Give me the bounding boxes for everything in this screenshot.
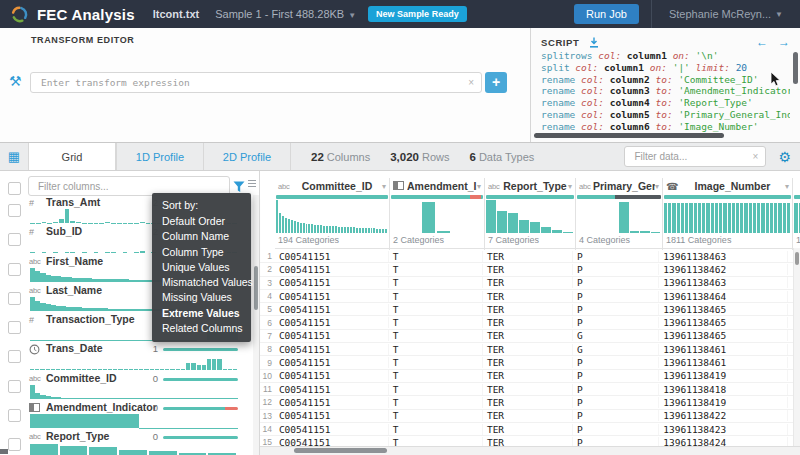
script-line[interactable]: splitrows col: column1 on: '\n' — [541, 50, 790, 62]
script-horizontal-scrollbar[interactable] — [534, 133, 724, 138]
table-cell[interactable]: P — [573, 397, 659, 408]
table-cell[interactable]: C00541151 — [275, 410, 389, 421]
table-cell[interactable]: C00541151 — [275, 397, 389, 408]
sort-menu-item[interactable]: Extreme Values — [152, 306, 251, 321]
table-cell[interactable]: 13961138463 — [659, 251, 788, 262]
column-menu-caret-icon[interactable]: ▾ — [382, 182, 386, 191]
undo-icon[interactable]: ← — [756, 35, 768, 49]
table-cell[interactable]: TER — [483, 410, 573, 421]
column-checkbox[interactable] — [8, 263, 21, 276]
table-cell[interactable]: 13961138464 — [659, 291, 788, 302]
table-vertical-scrollbar[interactable] — [795, 252, 799, 265]
column-menu-caret-icon[interactable]: ▾ — [477, 182, 481, 191]
sidebar-column-item[interactable]: Trans_Date1 — [0, 341, 259, 370]
table-cell[interactable]: TER — [483, 304, 573, 315]
table-cell[interactable]: P — [573, 357, 659, 368]
column-header[interactable]: ☎Image_Number▾1811 Categories — [663, 178, 793, 250]
tab-grid[interactable]: Grid — [28, 143, 116, 170]
column-checkbox[interactable] — [8, 380, 21, 393]
table-cell[interactable]: 13961138465 — [659, 330, 788, 341]
table-cell[interactable]: T — [389, 370, 483, 381]
table-cell[interactable]: 13961138462 — [659, 264, 788, 275]
table-cell[interactable]: TER — [483, 317, 573, 328]
table-cell[interactable]: TER — [483, 357, 573, 368]
column-header[interactable]: abcPrimary_Gene...▾4 Categories — [576, 178, 663, 250]
table-cell[interactable]: TER — [483, 397, 573, 408]
script-line[interactable]: rename col: column3 to: 'Amendment_Indic… — [541, 85, 790, 97]
table-cell[interactable]: C00541151 — [275, 384, 389, 395]
column-header[interactable]: Amendment_I...▾2 Categories — [390, 178, 485, 250]
column-menu-caret-icon[interactable]: ▾ — [568, 182, 572, 191]
table-cell[interactable]: C00541151 — [275, 264, 389, 275]
table-cell[interactable]: C00541151 — [275, 330, 389, 341]
table-cell[interactable]: TER — [483, 424, 573, 435]
sort-menu-item[interactable]: Column Name — [152, 229, 251, 244]
table-horizontal-scrollbar[interactable] — [294, 448, 387, 453]
table-cell[interactable]: P — [573, 410, 659, 421]
download-script-icon[interactable] — [589, 37, 599, 48]
new-sample-badge[interactable]: New Sample Ready — [368, 6, 467, 22]
table-cell[interactable]: P — [573, 291, 659, 302]
table-cell[interactable]: TER — [483, 291, 573, 302]
table-cell[interactable]: 13961138461 — [659, 344, 788, 355]
table-cell[interactable]: T — [389, 251, 483, 262]
table-cell[interactable]: TER — [483, 384, 573, 395]
table-cell[interactable]: C00541151 — [275, 370, 389, 381]
script-line[interactable]: split col: column1 on: '|' limit: 20 — [541, 62, 790, 74]
table-cell[interactable]: C00541151 — [275, 277, 389, 288]
table-cell[interactable]: TER — [483, 251, 573, 262]
table-cell[interactable]: 13961138461 — [659, 357, 788, 368]
table-cell[interactable]: T — [389, 304, 483, 315]
table-cell[interactable]: P — [573, 317, 659, 328]
table-cell[interactable]: P — [573, 384, 659, 395]
table-cell[interactable]: T — [389, 410, 483, 421]
sort-menu-item[interactable]: Default Order — [152, 214, 251, 229]
table-cell[interactable]: P — [573, 264, 659, 275]
table-cell[interactable]: G — [573, 344, 659, 355]
column-header[interactable]: ▾1 — [793, 178, 800, 250]
tab-2d-profile[interactable]: 2D Profile — [203, 143, 291, 170]
table-cell[interactable]: P — [573, 277, 659, 288]
table-cell[interactable]: T — [389, 264, 483, 275]
table-cell[interactable]: C00541151 — [275, 357, 389, 368]
select-all-checkbox[interactable] — [8, 182, 21, 195]
user-menu[interactable]: Stephanie McReyn...▼ — [651, 0, 800, 28]
table-cell[interactable]: T — [389, 330, 483, 341]
table-cell[interactable]: 13961138418 — [659, 384, 788, 395]
table-cell[interactable]: 13961138465 — [659, 304, 788, 315]
table-cell[interactable]: C00541151 — [275, 344, 389, 355]
table-cell[interactable]: 13961138422 — [659, 410, 788, 421]
filter-data-input[interactable] — [632, 148, 745, 165]
script-line[interactable]: rename col: column6 to: 'Image_Number' — [541, 121, 790, 132]
sort-menu-item[interactable]: Column Type — [152, 245, 251, 260]
grid-view-icon[interactable]: ▦ — [0, 143, 28, 170]
sort-menu-item[interactable]: Unique Values — [152, 260, 251, 275]
script-line[interactable]: rename col: column2 to: 'Committee_ID' — [541, 74, 790, 86]
script-vertical-scrollbar[interactable] — [793, 52, 798, 84]
table-cell[interactable]: P — [573, 304, 659, 315]
column-header[interactable]: abcReport_Type▾7 Categories — [485, 178, 576, 250]
table-cell[interactable]: T — [389, 317, 483, 328]
table-cell[interactable]: TER — [483, 330, 573, 341]
table-cell[interactable]: T — [389, 344, 483, 355]
column-header[interactable]: abcCommittee_ID▾194 Categories — [275, 178, 390, 250]
sidebar-column-item[interactable]: Amendment_Indicator0 — [0, 400, 259, 429]
sort-menu-item[interactable]: Related Columns — [152, 321, 251, 336]
table-cell[interactable]: TER — [483, 277, 573, 288]
gear-icon[interactable]: ⚙ — [778, 149, 791, 165]
table-cell[interactable]: 13961138463 — [659, 277, 788, 288]
table-cell[interactable]: P — [573, 370, 659, 381]
table-cell[interactable]: TER — [483, 370, 573, 381]
sidebar-horizontal-scrollbar[interactable] — [0, 449, 8, 454]
tab-1d-profile[interactable]: 1D Profile — [116, 143, 203, 170]
column-checkbox[interactable] — [8, 233, 21, 246]
column-checkbox[interactable] — [8, 292, 21, 305]
sort-menu-item[interactable]: Mismatched Values — [152, 275, 251, 290]
sidebar-column-item[interactable]: abcReport_Type0 — [0, 429, 259, 455]
sidebar-scrollbar[interactable] — [254, 266, 258, 310]
table-cell[interactable]: 13961138419 — [659, 370, 788, 381]
table-cell[interactable]: P — [573, 251, 659, 262]
table-cell[interactable]: T — [389, 384, 483, 395]
table-cell[interactable]: TER — [483, 264, 573, 275]
table-cell[interactable]: C00541151 — [275, 304, 389, 315]
